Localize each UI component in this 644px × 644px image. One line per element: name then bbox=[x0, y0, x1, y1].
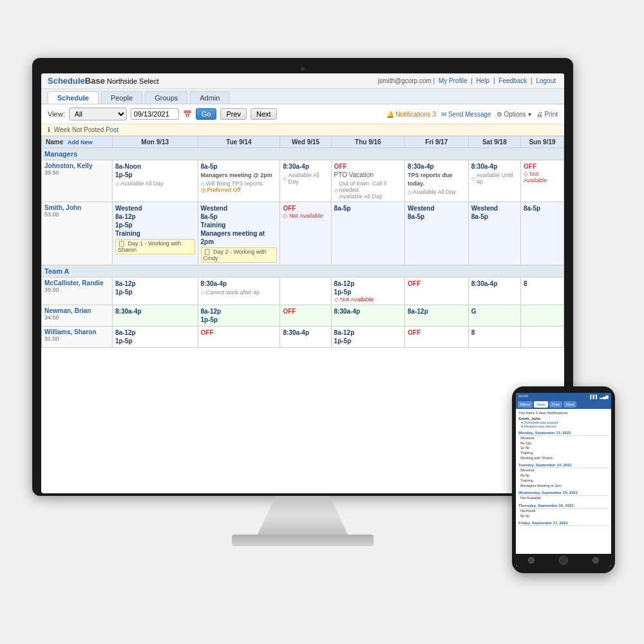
shift-randie-thu[interactable]: 8a-12p1p-5p ◇ Not Available bbox=[331, 278, 404, 305]
shift-john-sun[interactable]: 8a-5p bbox=[521, 202, 564, 265]
phone-time: 10:44 bbox=[518, 394, 528, 399]
shift-john-sat[interactable]: Westend8a-5p bbox=[468, 202, 520, 265]
shift-john-wed[interactable]: OFF ◇ Not Available bbox=[280, 202, 331, 265]
print-button[interactable]: 🖨 Print bbox=[536, 111, 558, 118]
phone-back-button[interactable] bbox=[528, 557, 535, 564]
phone-home-button[interactable] bbox=[559, 556, 568, 565]
phone-tab-menu[interactable]: Menu bbox=[518, 401, 533, 408]
shift-randie-sat[interactable]: 8:30a-4p bbox=[468, 278, 520, 305]
avail-line: ◇ Available All Day bbox=[283, 172, 328, 185]
phone-tabs: Menu Save Prev Next bbox=[516, 400, 611, 409]
shift-text: 8:30a-4p bbox=[471, 279, 518, 288]
employee-name[interactable]: Newman, Brian bbox=[44, 307, 109, 314]
col-sat: Sat 9/18 bbox=[468, 137, 520, 148]
shift-brian-fri[interactable]: 8a-12p bbox=[405, 305, 469, 327]
phone-tab-save[interactable]: Save bbox=[534, 401, 548, 408]
phone-bottom bbox=[516, 554, 611, 567]
add-new-link[interactable]: Add New bbox=[68, 139, 93, 146]
logout-link[interactable]: Logout bbox=[536, 77, 556, 84]
calendar-icon[interactable]: 📅 bbox=[183, 110, 192, 118]
shift-brian-wed[interactable]: OFF bbox=[280, 305, 331, 327]
not-avail: ◇ Not Available bbox=[283, 213, 328, 219]
employee-name[interactable]: McCallister, Randie bbox=[44, 279, 109, 287]
shift-kelly-sun[interactable]: OFF ◇ Not Available bbox=[521, 160, 564, 202]
phone-notification: You have 3 new Notifications bbox=[518, 411, 609, 415]
shift-kelly-fri[interactable]: 8:30a-4pTPS reports due today. ◇ Availab… bbox=[405, 160, 469, 202]
day-note: 📋 Day 1 - Working with Sharon bbox=[115, 239, 195, 254]
shift-text: 8:30a-4p bbox=[201, 279, 278, 288]
schedule-area[interactable]: Name Add New Mon 9/13 Tue 9/14 Wed 9/15 … bbox=[41, 136, 564, 348]
send-message-button[interactable]: ✉ Send Message bbox=[441, 111, 491, 118]
notifications-badge[interactable]: 🔔 Notifications 3 bbox=[386, 111, 437, 118]
shift-sharon-thu[interactable]: 8a-12p1p-5p bbox=[331, 327, 404, 348]
shift-brian-mon[interactable]: 8:30a-4p bbox=[113, 305, 198, 327]
tab-people[interactable]: People bbox=[101, 91, 142, 104]
shift-brian-tue[interactable]: 8a-12p1p-5p bbox=[198, 305, 280, 327]
shift-john-tue[interactable]: Westend8a-5pTrainingManagers meeting at … bbox=[198, 202, 280, 265]
off-text: OFF bbox=[283, 204, 328, 213]
shift-randie-wed[interactable] bbox=[280, 278, 331, 305]
post-link[interactable]: Post bbox=[106, 126, 118, 133]
col-wed: Wed 9/15 bbox=[280, 137, 331, 148]
tab-schedule[interactable]: Schedule bbox=[48, 91, 99, 104]
shift-sharon-mon[interactable]: 8a-12p1p-5p bbox=[113, 327, 198, 348]
shift-text: 8a-5pManagers meeting @ 2pm bbox=[201, 162, 278, 179]
shift-sharon-wed[interactable]: 8:30a-4p bbox=[280, 327, 331, 348]
col-thu: Thu 9/16 bbox=[331, 137, 404, 148]
view-select[interactable]: All bbox=[69, 108, 127, 120]
employee-hours: 34.50 bbox=[44, 314, 109, 321]
off-text: OFF bbox=[524, 162, 561, 171]
shift-brian-sun[interactable] bbox=[521, 305, 564, 327]
shift-sharon-fri[interactable]: OFF bbox=[405, 327, 469, 348]
tab-admin[interactable]: Admin bbox=[190, 91, 229, 104]
off-text: OFF bbox=[201, 328, 278, 337]
date-input[interactable] bbox=[131, 108, 179, 120]
shift-sharon-sat[interactable]: 8 bbox=[468, 327, 520, 348]
next-button[interactable]: Next bbox=[251, 108, 277, 120]
shift-randie-sun[interactable]: 8 bbox=[521, 278, 564, 305]
employee-name[interactable]: Williams, Sharon bbox=[44, 328, 109, 336]
shift-john-fri[interactable]: Westend8a-5p bbox=[405, 202, 469, 265]
shift-text: 8a-5p bbox=[524, 204, 561, 213]
shift-kelly-mon[interactable]: 8a-Noon1p-5p ◇ Available All Day bbox=[113, 160, 198, 202]
employee-name[interactable]: Johnston, Kelly bbox=[44, 162, 109, 169]
help-link[interactable]: Help bbox=[477, 77, 490, 84]
shift-kelly-tue[interactable]: 8a-5pManagers meeting @ 2pm ◇ Will Bring… bbox=[198, 160, 280, 202]
phone-tab-next[interactable]: Next bbox=[564, 401, 576, 408]
shift-randie-fri[interactable]: OFF bbox=[405, 278, 469, 305]
shift-john-mon[interactable]: Westend8a-12p1p-5pTraining 📋 Day 1 - Wor… bbox=[113, 202, 198, 265]
phone-menu-button[interactable] bbox=[592, 557, 599, 564]
shift-randie-tue[interactable]: 8:30a-4p ◇ Cannot work after 4p bbox=[198, 278, 280, 305]
my-profile-link[interactable]: My Profile bbox=[439, 77, 467, 84]
shift-text: 8:30a-4pTPS reports due today. bbox=[408, 162, 466, 187]
shift-kelly-thu[interactable]: OFFPTO Vacation ◇ Out of town. Call if n… bbox=[331, 160, 404, 202]
prev-button[interactable]: Prev bbox=[220, 108, 247, 120]
avail-preferred: ◎ Preferred Off bbox=[201, 187, 278, 193]
shift-sharon-sun[interactable] bbox=[521, 327, 564, 348]
shift-sharon-tue[interactable]: OFF bbox=[198, 327, 280, 348]
table-row: McCallister, Randie 39.00 8a-12p1p-5p 8:… bbox=[42, 278, 564, 305]
tab-groups[interactable]: Groups bbox=[145, 91, 187, 104]
table-row: Smith, John 53.00 Westend8a-12p1p-5pTrai… bbox=[42, 202, 564, 265]
shift-kelly-wed[interactable]: 8:30a-4p ◇ Available All Day bbox=[280, 160, 331, 202]
shift-brian-thu[interactable]: 8:30a-4p bbox=[331, 305, 404, 327]
phone-day: Tuesday, September 14, 2021 bbox=[518, 463, 609, 468]
shift-kelly-sat[interactable]: 8:30a-4p ◇ Available Until 4p bbox=[468, 160, 520, 202]
header-nav: jsmith@gcorp.com | My Profile | Help | F… bbox=[378, 77, 558, 84]
phone-tab-prev[interactable]: Prev bbox=[549, 401, 562, 408]
shift-john-thu[interactable]: 8a-5p bbox=[331, 202, 404, 265]
scene: ScheduleBase Northside Select jsmith@gco… bbox=[13, 32, 631, 612]
shift-text: 8a-5p bbox=[334, 204, 402, 213]
shift-randie-mon[interactable]: 8a-12p1p-5p bbox=[113, 278, 198, 305]
feedback-link[interactable]: Feedback bbox=[498, 77, 527, 84]
avail-line: ◇ Cannot work after 4p bbox=[201, 289, 278, 296]
phone-signal: ▌▌▌ ▂▄▆ bbox=[590, 394, 609, 399]
shift-text: 8:30a-4p bbox=[283, 162, 328, 171]
phone-shift: Northside8a-5p bbox=[520, 509, 609, 518]
shift-brian-sat[interactable]: G bbox=[468, 305, 520, 327]
select-link[interactable]: Select bbox=[139, 77, 159, 85]
employee-name[interactable]: Smith, John bbox=[44, 204, 109, 211]
go-button[interactable]: Go bbox=[196, 108, 217, 120]
options-button[interactable]: ⚙ Options ▾ bbox=[497, 111, 531, 118]
user-email: jsmith@gcorp.com bbox=[378, 77, 431, 84]
